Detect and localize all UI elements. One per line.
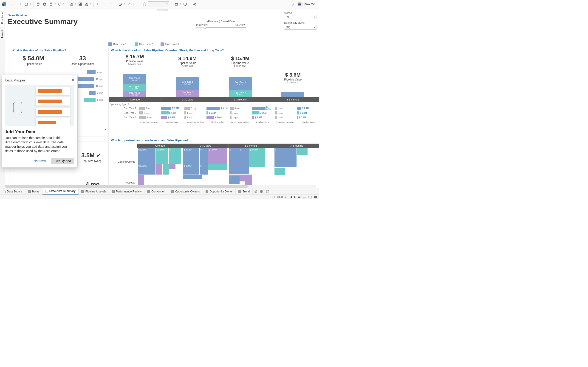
treemap-block[interactable]: $ (239, 148, 249, 174)
sheet-tab[interactable]: Performance Review (109, 188, 145, 194)
treemap-block[interactable]: $ (199, 148, 208, 164)
bar-segment[interactable] (75, 84, 94, 88)
mini-bar[interactable] (252, 107, 266, 110)
guide-me-icon[interactable] (289, 1, 296, 7)
mini-bar[interactable] (207, 111, 208, 115)
clear-sheet-dropdown[interactable]: ▼ (83, 1, 92, 7)
treemap-block[interactable]: $ (169, 148, 181, 164)
treemap-block[interactable] (208, 164, 227, 169)
tab-data-source[interactable]: Data Source (0, 188, 25, 194)
view-sheet-icon[interactable] (314, 196, 317, 198)
mini-bar[interactable] (252, 111, 259, 115)
treemap-block[interactable] (183, 175, 202, 179)
group-dropdown[interactable]: ▼ (126, 1, 135, 7)
swap-icon[interactable] (95, 1, 102, 7)
stack-segment[interactable]: Opp. Type 1$ 9.7M (229, 77, 252, 90)
presentation-mode-icon[interactable] (182, 1, 188, 7)
new-data-source-icon[interactable] (35, 1, 41, 7)
new-worksheet-icon[interactable] (253, 188, 259, 194)
treemap-block[interactable]: $ (229, 176, 240, 184)
stack-segment[interactable]: Opp. Type 2$ 4.6M (229, 90, 252, 97)
treemap-block[interactable] (163, 164, 169, 175)
mini-bar[interactable] (161, 116, 167, 119)
refresh-dropdown[interactable]: ▼ (48, 1, 57, 7)
treemap-block[interactable] (169, 164, 175, 169)
mini-bar[interactable] (161, 107, 171, 110)
share-icon[interactable] (191, 1, 198, 7)
mini-bar[interactable] (184, 111, 186, 115)
mini-bar[interactable] (275, 116, 277, 119)
treemap-block[interactable]: $ 2,200K (183, 164, 199, 175)
mini-bar[interactable] (161, 111, 169, 115)
stack-segment[interactable]: Opp. Type 3$ 5.0M (176, 90, 199, 97)
view-film-icon[interactable] (309, 196, 312, 198)
legend-item[interactable]: Opp. Type 3 (161, 42, 179, 46)
mini-bar[interactable] (252, 116, 254, 119)
bar-segment[interactable] (87, 70, 95, 74)
mini-bar[interactable] (184, 116, 186, 119)
horizontal-scrollbar[interactable] (5, 185, 316, 188)
sheet-tab[interactable]: Pipeline Analysis (78, 188, 109, 194)
mini-bar[interactable] (139, 111, 143, 115)
stack-segment[interactable] (281, 92, 304, 97)
expand-panel-icon[interactable]: › (1, 10, 4, 13)
mini-bar[interactable] (275, 107, 277, 110)
new-dashboard-icon[interactable] (259, 188, 265, 194)
sheet-tab[interactable]: Opportunity Owners (168, 188, 203, 194)
text-label-icon[interactable] (135, 1, 141, 7)
pin-icon[interactable] (141, 1, 148, 7)
filter-account-select[interactable]: (All) (284, 15, 317, 19)
treemap-block[interactable]: $ 2,550K (138, 164, 156, 175)
mini-bar[interactable] (207, 116, 214, 119)
nav-prev-icon[interactable]: ◀ (290, 195, 292, 198)
menu-icon[interactable]: ≡ (104, 127, 106, 131)
bar-segment[interactable] (89, 91, 95, 95)
new-story-icon[interactable] (265, 188, 271, 194)
sheet-tab[interactable]: Opportunity Owner (203, 188, 236, 194)
view-thumb-icon[interactable] (303, 196, 306, 198)
highlight-dropdown[interactable]: ▼ (117, 1, 126, 7)
mini-bar[interactable] (297, 111, 299, 115)
treemap-block[interactable]: $ (275, 148, 296, 167)
mini-bar[interactable] (184, 107, 190, 110)
redo-icon[interactable] (17, 1, 23, 7)
mini-bar[interactable] (207, 107, 220, 110)
pause-updates-icon[interactable] (41, 1, 48, 7)
auto-updates-dropdown[interactable]: ▼ (57, 1, 65, 7)
duplicate-sheet-icon[interactable] (77, 1, 83, 7)
bar-segment[interactable] (84, 98, 95, 102)
nav-last-icon[interactable]: ⏭ (298, 196, 301, 198)
treemap-block[interactable] (156, 164, 162, 175)
treemap-block[interactable] (297, 148, 308, 155)
stack-segment[interactable]: Opp. Type 3$ 3.9M (123, 91, 146, 97)
date-range-slider[interactable]: (Estimated) Closed Date 11/30/2020 9/25/… (196, 20, 246, 29)
sort-asc-icon[interactable] (102, 1, 108, 7)
stack-segment[interactable]: Opp. Type 2$ 4.8M (123, 84, 146, 91)
mini-bar[interactable] (230, 116, 232, 119)
fit-dropdown[interactable]: ▼ (173, 1, 182, 7)
legend-item[interactable]: Opp. Type 1 (108, 42, 127, 46)
nav-first-icon[interactable]: ⏮ (285, 196, 288, 198)
breadcrumb[interactable]: Sales Pipeline (8, 14, 78, 17)
mini-bar[interactable] (139, 107, 145, 110)
treemap-block[interactable]: $ 3,520K (183, 148, 199, 164)
drill-arrow-icon[interactable]: → (102, 137, 106, 141)
sheet-tab[interactable]: Home (25, 188, 43, 194)
sort-desc-icon[interactable] (108, 1, 114, 7)
treemap-block[interactable]: $ 5,000K (208, 148, 227, 164)
tableau-logo-icon[interactable] (1, 1, 7, 7)
sort-icon[interactable]: AZ (128, 103, 129, 106)
stack-segment[interactable]: Opp. Type 1$ 9.1M (176, 77, 199, 90)
undo-icon[interactable] (10, 1, 17, 7)
new-worksheet-dropdown[interactable]: ▼ (68, 1, 77, 7)
treemap-block[interactable] (275, 168, 285, 175)
get-started-button[interactable]: Get Started (51, 158, 74, 164)
show-me-button[interactable]: Show Me (298, 2, 315, 6)
tab-layout[interactable]: Layout (0, 27, 4, 41)
nav-next-icon[interactable]: ▶ (294, 195, 296, 198)
treemap-block[interactable]: $ (229, 148, 239, 174)
mini-bar[interactable] (230, 111, 232, 115)
mini-bar[interactable] (297, 116, 298, 119)
treemap-block[interactable]: $ 2,500K (156, 148, 168, 164)
save-dropdown[interactable]: ▼ (23, 1, 32, 7)
